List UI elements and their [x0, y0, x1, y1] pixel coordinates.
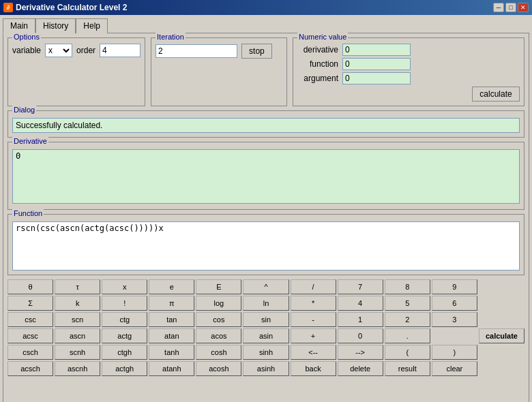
derivative-label: derivative — [297, 45, 338, 55]
options-label: Options — [12, 33, 41, 41]
calc-key-Σ[interactable]: Σ — [8, 296, 53, 311]
calc-key-![interactable]: ! — [102, 296, 147, 311]
calc-key-1[interactable]: 1 — [338, 312, 383, 327]
calc-key-ctg[interactable]: ctg — [102, 312, 147, 327]
calc-key-7[interactable]: 7 — [338, 279, 383, 294]
calc-key-4[interactable]: 4 — [338, 296, 383, 311]
iteration-group: Iteration stop — [151, 37, 287, 106]
calc-key-x[interactable]: x — [102, 279, 147, 294]
calc-key-*[interactable]: * — [291, 296, 336, 311]
iteration-input[interactable] — [156, 44, 237, 58]
calc-key-atanh[interactable]: atanh — [149, 361, 194, 376]
calc-key-atan[interactable]: atan — [149, 328, 194, 343]
derivative-textarea[interactable] — [12, 149, 520, 204]
stop-button[interactable]: stop — [241, 44, 272, 59]
calc-key-result[interactable]: result — [385, 361, 430, 376]
argument-input[interactable] — [342, 72, 411, 84]
calc-key-sin[interactable]: sin — [243, 312, 289, 327]
calc-key-clear[interactable]: clear — [432, 361, 477, 376]
calc-key-empty — [479, 279, 524, 294]
tab-history[interactable]: History — [35, 18, 76, 33]
calc-key-csc[interactable]: csc — [8, 312, 53, 327]
tab-main[interactable]: Main — [3, 18, 35, 33]
calc-key-empty — [479, 345, 524, 360]
calc-key-e[interactable]: e — [149, 279, 194, 294]
calc-key-cos[interactable]: cos — [196, 312, 241, 327]
calc-key-log[interactable]: log — [196, 296, 241, 311]
calc-key-k[interactable]: k — [55, 296, 100, 311]
close-button[interactable]: ✕ — [518, 3, 529, 12]
calc-key-π[interactable]: π — [149, 296, 194, 311]
calc-key-τ[interactable]: τ — [55, 279, 100, 294]
tab-bar: Main History Help — [3, 18, 529, 33]
calc-key-^[interactable]: ^ — [243, 279, 289, 294]
calc-key-ln[interactable]: ln — [243, 296, 289, 311]
calc-key-E[interactable]: E — [196, 279, 241, 294]
calc-key-ctgh[interactable]: ctgh — [102, 345, 147, 360]
calc-key-scnh[interactable]: scnh — [55, 345, 100, 360]
calc-key-csch[interactable]: csch — [8, 345, 53, 360]
variable-label: variable — [12, 46, 41, 55]
calc-key-ascnh[interactable]: ascnh — [55, 361, 100, 376]
numeric-value-label: Numeric value — [297, 33, 348, 41]
calc-key-empty — [479, 312, 524, 327]
calc-key-+[interactable]: + — [291, 328, 336, 343]
derivative-input[interactable] — [342, 44, 411, 56]
numeric-calculate-button[interactable]: calculate — [472, 87, 520, 102]
dialog-label: Dialog — [12, 106, 36, 114]
order-input[interactable] — [100, 44, 141, 57]
calc-key-scn[interactable]: scn — [55, 312, 100, 327]
calc-key-asin[interactable]: asin — [243, 328, 289, 343]
calc-key-θ[interactable]: θ — [8, 279, 53, 294]
calc-key-acosh[interactable]: acosh — [196, 361, 241, 376]
calc-key-acsc[interactable]: acsc — [8, 328, 53, 343]
dialog-group: Dialog — [8, 110, 524, 138]
calc-key-empty — [479, 296, 524, 311]
function-label: function — [297, 59, 338, 69]
calc-key-)[interactable]: ) — [432, 345, 477, 360]
calc-key-3[interactable]: 3 — [432, 312, 477, 327]
calc-key-tan[interactable]: tan — [149, 312, 194, 327]
numeric-value-group: Numeric value derivative function argume… — [293, 37, 524, 106]
calc-key-actg[interactable]: actg — [102, 328, 147, 343]
function-textarea[interactable] — [12, 221, 520, 270]
calculator-buttons: θτxeE^/789Σk!πlogln*456cscscnctgtancossi… — [8, 279, 524, 376]
calc-key--[interactable]: - — [291, 312, 336, 327]
tab-help[interactable]: Help — [76, 18, 108, 33]
calc-key-cosh[interactable]: cosh — [196, 345, 241, 360]
function-numeric-input[interactable] — [342, 58, 411, 70]
main-content: Options variable xyzt order Iteration st… — [3, 33, 529, 402]
calc-key-sinh[interactable]: sinh — [243, 345, 289, 360]
calc-key-acos[interactable]: acos — [196, 328, 241, 343]
order-label: order — [76, 46, 95, 55]
calc-key-9[interactable]: 9 — [432, 279, 477, 294]
calc-key--->[interactable]: --> — [338, 345, 383, 360]
calc-key-8[interactable]: 8 — [385, 279, 430, 294]
calc-key-<--[interactable]: <-- — [291, 345, 336, 360]
calc-key-tanh[interactable]: tanh — [149, 345, 194, 360]
calc-key-5[interactable]: 5 — [385, 296, 430, 311]
calc-key-ascn[interactable]: ascn — [55, 328, 100, 343]
calc-key-delete[interactable]: delete — [338, 361, 383, 376]
minimize-button[interactable]: ─ — [493, 3, 504, 12]
function-group: Function — [8, 214, 524, 275]
calc-key-2[interactable]: 2 — [385, 312, 430, 327]
calc-key-asinh[interactable]: asinh — [243, 361, 289, 376]
calc-key-calculate[interactable]: calculate — [479, 328, 524, 343]
variable-select[interactable]: xyzt — [45, 44, 72, 57]
argument-label: argument — [297, 74, 338, 83]
dialog-input[interactable] — [12, 118, 520, 133]
calc-key-empty — [432, 328, 477, 343]
calc-key-actgh[interactable]: actgh — [102, 361, 147, 376]
window-title: Derivative Calculator Level 2 — [16, 3, 127, 12]
maximize-button[interactable]: □ — [505, 3, 516, 12]
calc-key-/[interactable]: / — [291, 279, 336, 294]
derivative-group: Derivative — [8, 142, 524, 210]
calc-key-acsch[interactable]: acsch — [8, 361, 53, 376]
calc-key-0[interactable]: 0 — [338, 328, 383, 343]
calc-key-([interactable]: ( — [385, 345, 430, 360]
options-group: Options variable xyzt order — [8, 37, 145, 106]
calc-key-6[interactable]: 6 — [432, 296, 477, 311]
calc-key-back[interactable]: back — [291, 361, 336, 376]
calc-key-.[interactable]: . — [385, 328, 430, 343]
